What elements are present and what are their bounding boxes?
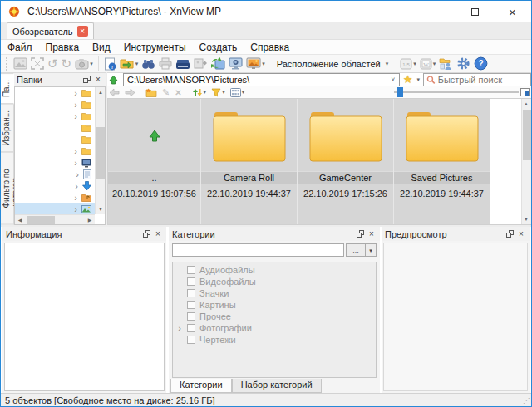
checkbox[interactable] (187, 312, 195, 321)
favorites-star-icon[interactable]: ★ (403, 73, 413, 86)
tab-browser[interactable]: Обозреватель × (7, 22, 94, 39)
category-row[interactable]: Чертежи (173, 334, 376, 346)
browser-item-up[interactable]: .. 20.10.2019 19:07:56 (108, 99, 201, 224)
batch-convert-button[interactable] (209, 56, 227, 72)
wallpaper-button[interactable]: ▾ (244, 56, 267, 72)
screen-capture-button[interactable] (227, 56, 244, 72)
tab-category-sets[interactable]: Набор категорий (232, 379, 322, 393)
tab-categories[interactable]: Категории (170, 379, 232, 393)
category-row[interactable]: Видеофайлы (173, 276, 376, 287)
checkbox[interactable] (187, 289, 195, 297)
dropdown-icon[interactable]: ▾ (242, 89, 245, 96)
address-input[interactable] (124, 75, 387, 85)
menu-file[interactable]: Файл (1, 42, 39, 53)
float-panel-icon[interactable] (505, 229, 515, 239)
checkbox[interactable] (187, 277, 195, 286)
browser-vertical-scrollbar[interactable]: ▲ ▼ (521, 99, 531, 224)
toolbar-grip[interactable] (6, 57, 8, 71)
tree-vertical-scrollbar[interactable]: ▲ ▼ (95, 87, 105, 214)
category-row[interactable]: Аудиофайлы (173, 264, 376, 276)
expand-chevron-icon[interactable]: › (72, 147, 79, 156)
scan-button[interactable] (174, 56, 192, 72)
category-filter-input[interactable] (172, 243, 344, 257)
checkbox[interactable] (187, 301, 195, 309)
sort-button[interactable]: ▾ (190, 86, 209, 98)
expand-chevron-icon[interactable]: › (72, 205, 79, 214)
tree-item[interactable]: › (15, 169, 95, 180)
favorites-dropdown-icon[interactable]: ▾ (416, 76, 420, 83)
browser-item-folder[interactable]: Camera Roll 22.10.2019 19:44:37 (201, 99, 298, 224)
scrollbar-thumb[interactable] (96, 127, 105, 179)
close-button[interactable]: × (494, 1, 531, 22)
scrollbar-thumb[interactable] (523, 110, 531, 160)
category-row[interactable]: Картины (173, 299, 376, 311)
close-panel-icon[interactable]: × (153, 229, 163, 239)
tree-item[interactable]: › (15, 87, 95, 99)
tab-close-icon[interactable]: × (77, 26, 88, 37)
combo-arrow-icon[interactable]: ˅ (387, 76, 399, 83)
close-panel-icon[interactable]: × (516, 229, 526, 239)
back-button[interactable] (107, 86, 121, 98)
checkbox[interactable] (187, 324, 195, 332)
close-panel-icon[interactable]: × (367, 229, 377, 239)
sidebar-tab-category-filter[interactable]: Фильтр по категор... (1, 152, 14, 225)
layout-areas-button[interactable]: Расположение областей ▾ (272, 56, 393, 71)
menu-tools[interactable]: Инструменты (117, 42, 193, 53)
tree-item[interactable]: › (15, 110, 95, 122)
expand-chevron-icon[interactable]: › (176, 323, 183, 333)
delete-button[interactable]: ✕ (173, 86, 183, 98)
expand-chevron-icon[interactable]: › (72, 89, 79, 98)
rename-button[interactable]: ✎ (160, 86, 171, 98)
tree-item[interactable]: › (15, 99, 95, 110)
slider-thumb[interactable] (397, 87, 403, 97)
fullscreen-button[interactable] (29, 56, 46, 72)
float-panel-icon[interactable] (81, 75, 91, 85)
scroll-down-icon[interactable]: ▼ (96, 204, 106, 214)
search-files-button[interactable] (140, 56, 157, 72)
dropdown-icon[interactable]: ▾ (433, 61, 436, 67)
view-mode-button[interactable]: ▾ (229, 86, 247, 98)
help-button[interactable]: ? (472, 56, 490, 72)
tree-item-pictures[interactable]: › (15, 204, 95, 214)
scroll-down-icon[interactable]: ▼ (521, 214, 531, 224)
scrollbar-thumb[interactable] (27, 216, 55, 224)
maximize-button[interactable] (456, 1, 494, 22)
scroll-left-icon[interactable]: ◀ (15, 215, 25, 225)
compare-button[interactable] (437, 56, 455, 72)
dropdown-icon[interactable]: ▾ (204, 89, 207, 96)
browser-item-folder[interactable]: GameCenter 22.10.2019 17:15:26 (298, 99, 394, 224)
quick-search-input[interactable] (438, 75, 528, 85)
scroll-right-icon[interactable]: ▶ (85, 215, 95, 225)
panel-toggle-icon[interactable] (520, 88, 530, 96)
close-panel-icon[interactable]: × (93, 75, 103, 85)
expand-chevron-icon[interactable]: › (72, 112, 79, 121)
tree-item[interactable]: › (15, 122, 95, 134)
expand-chevron-icon[interactable]: › (72, 101, 79, 110)
float-panel-icon[interactable] (141, 229, 151, 239)
checkbox[interactable] (187, 266, 195, 274)
expand-chevron-icon[interactable]: › (74, 170, 81, 179)
address-combobox[interactable]: ˅ (123, 73, 400, 86)
dropdown-icon[interactable]: ▾ (413, 61, 416, 67)
tree-item[interactable]: › (15, 134, 95, 145)
dropdown-icon[interactable]: ▾ (135, 61, 139, 67)
dropdown-icon[interactable]: ▾ (222, 89, 225, 96)
quick-search-box[interactable] (423, 73, 531, 86)
dropdown-icon[interactable]: ▾ (90, 61, 93, 67)
category-dropdown-button[interactable]: ▾ (366, 243, 377, 257)
menu-create[interactable]: Создать (193, 42, 244, 53)
web-page-button[interactable]: W ▾ (418, 56, 438, 72)
category-row[interactable]: Значки (173, 287, 376, 299)
thumbnail-size-slider[interactable] (394, 91, 519, 93)
tree-item[interactable]: › (15, 180, 95, 192)
forward-button[interactable] (123, 86, 137, 98)
acquire-camera-button[interactable]: ▾ (73, 56, 95, 72)
browser-item-folder[interactable]: Saved Pictures 22.10.2019 19:44:37 (394, 99, 490, 224)
scroll-up-icon[interactable]: ▲ (96, 87, 106, 97)
scroll-up-icon[interactable]: ▲ (521, 99, 531, 109)
info-button[interactable]: i (102, 56, 118, 72)
float-panel-icon[interactable] (355, 229, 365, 239)
convert-button[interactable] (192, 56, 209, 72)
rotate-right-button[interactable]: ↻ (60, 56, 74, 72)
menu-edit[interactable]: Правка (39, 42, 86, 53)
